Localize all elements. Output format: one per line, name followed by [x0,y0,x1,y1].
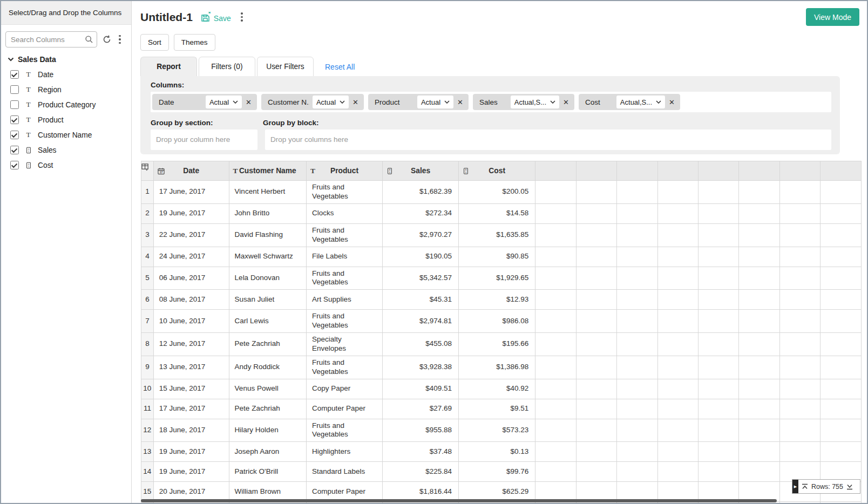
tab-filters[interactable]: Filters (0) [199,57,255,77]
chip-remove-icon[interactable]: ✕ [562,98,569,106]
checkbox-unchecked-icon[interactable] [10,85,19,94]
column-header-customer-name[interactable]: TCustomer Name [229,161,306,181]
table-row[interactable]: 1319 June, 2017Joseph AaronHighlighters$… [141,442,862,462]
search-icon[interactable] [85,35,93,44]
chip-remove-icon[interactable]: ✕ [352,98,359,106]
column-chip-customer-n[interactable]: Customer N...Actual✕ [261,94,364,110]
empty-column-header [535,161,576,181]
table-row[interactable]: 1419 June, 2017Patrick O'BrillStandard L… [141,462,862,482]
column-header-sales[interactable]: 01Sales [382,161,458,181]
table-row[interactable]: 117 June, 2017Vincent HerbertFruits and … [141,181,862,204]
column-chip-sales[interactable]: SalesActual,S...✕ [473,94,574,110]
column-chip-cost[interactable]: CostActual,S...✕ [579,94,680,110]
table-row[interactable]: 913 June, 2017Andy RoddickFruits and Veg… [141,356,862,379]
empty-cell [657,442,698,462]
scroll-to-top-icon[interactable] [801,483,809,491]
row-number-cell: 9 [141,356,154,379]
column-header-product[interactable]: TProduct [307,161,383,181]
column-header-cost[interactable]: 01Cost [459,161,535,181]
themes-button[interactable]: Themes [174,34,215,51]
empty-cell [617,247,657,267]
text-type-icon: T [24,131,33,139]
chip-function-select[interactable]: Actual [417,96,453,108]
empty-cell [657,247,698,267]
row-number-cell: 1 [141,181,154,204]
date-cell: 24 June, 2017 [153,247,229,267]
svg-text:*: * [208,12,211,17]
column-chip-date[interactable]: DateActual✕ [152,94,257,110]
column-chip-product[interactable]: ProductActual✕ [368,94,469,110]
sales-cell: $45.31 [382,290,458,310]
row-number-cell: 2 [141,203,154,223]
group-by-section-dropzone[interactable]: Drop your column here [151,130,257,150]
svg-text:1: 1 [465,171,467,173]
empty-cell [779,356,820,379]
table-row[interactable]: 219 June, 2017John BrittoClocks$272.34$1… [141,203,862,223]
sales-cell: $2,970.27 [382,223,458,247]
empty-cell [820,333,862,356]
sidebar-more-icon[interactable] [117,35,123,44]
chip-remove-icon[interactable]: ✕ [457,98,464,106]
refresh-icon[interactable] [101,34,112,45]
sidebar-field-customer-name[interactable]: TCustomer Name [1,127,131,142]
group-by-block-dropzone[interactable]: Drop your columns here [265,130,831,150]
chip-function-select[interactable]: Actual,S... [616,96,665,108]
checkbox-checked-icon[interactable] [10,70,19,79]
chip-remove-icon[interactable]: ✕ [668,98,675,106]
empty-cell [739,267,779,290]
horizontal-scrollbar[interactable] [141,499,777,502]
field-label: Date [38,71,53,79]
title-more-icon[interactable] [239,12,245,22]
table-row[interactable]: 710 June, 2017Carl LewisFruits and Veget… [141,310,862,333]
pager-expand-icon[interactable]: ▶ [792,480,798,493]
table-row[interactable]: 1015 June, 2017Venus PowellCopy Paper$40… [141,379,862,399]
checkbox-checked-icon[interactable] [10,131,19,139]
scroll-to-bottom-icon[interactable] [846,483,853,491]
checkbox-checked-icon[interactable] [10,161,19,169]
chevron-down-icon [233,100,238,104]
sidebar-field-cost[interactable]: 01Cost [1,158,131,173]
empty-cell [617,442,657,462]
number-type-icon: 01 [386,167,393,174]
table-row[interactable]: 1218 June, 2017Hilary HoldenFruits and V… [141,419,862,442]
table-row[interactable]: 424 June, 2017Maxwell SchwartzFile Label… [141,247,862,267]
checkbox-unchecked-icon[interactable] [10,100,19,109]
date-cell: 19 June, 2017 [153,442,229,462]
table-row[interactable]: 608 June, 2017Susan JulietArt Supplies$4… [141,290,862,310]
view-mode-button[interactable]: View Mode [806,8,859,26]
select-all-header[interactable] [141,161,154,181]
sidebar-tree-sales-data[interactable]: Sales Data [8,55,131,64]
table-row[interactable]: 322 June, 2017David FlashingFruits and V… [141,223,862,247]
table-row[interactable]: 812 June, 2017Pete ZachriahSpecialty Env… [141,333,862,356]
table-row[interactable]: 506 June, 2017Lela DonovanFruits and Veg… [141,267,862,290]
column-header-date[interactable]: 17Date [153,161,229,181]
chip-remove-icon[interactable]: ✕ [245,98,252,106]
empty-cell [535,442,576,462]
sidebar-field-region[interactable]: TRegion [1,82,131,97]
text-type-icon: T [24,100,33,109]
chip-function-select[interactable]: Actual [206,96,242,108]
sidebar-field-date[interactable]: TDate [1,67,131,82]
cost-cell: $1,386.98 [459,356,535,379]
checkbox-checked-icon[interactable] [10,115,19,124]
table-row[interactable]: 1117 June, 2017Pete ZachriahComputer Pap… [141,399,862,419]
empty-cell [617,379,657,399]
empty-cell [535,419,576,442]
tab-report[interactable]: Report [140,57,197,77]
row-number-cell: 7 [141,310,154,333]
search-input[interactable] [5,31,97,47]
sidebar-field-product[interactable]: TProduct [1,112,131,127]
sidebar-field-product-category[interactable]: TProduct Category [1,97,131,112]
cost-cell: $14.58 [459,203,535,223]
field-label: Cost [38,161,53,169]
chip-function-select[interactable]: Actual [313,96,349,108]
sidebar-field-sales[interactable]: 01Sales [1,142,131,158]
sort-button[interactable]: Sort [140,34,169,51]
chip-select-value: Actual,S... [514,98,546,106]
reset-all-link[interactable]: Reset All [325,63,355,71]
chip-function-select[interactable]: Actual,S... [511,96,559,108]
save-button[interactable]: * Save [200,12,231,23]
product-cell: Fruits and Vegetables [307,181,383,204]
tab-user-filters[interactable]: User Filters [257,57,314,77]
checkbox-checked-icon[interactable] [10,146,19,154]
